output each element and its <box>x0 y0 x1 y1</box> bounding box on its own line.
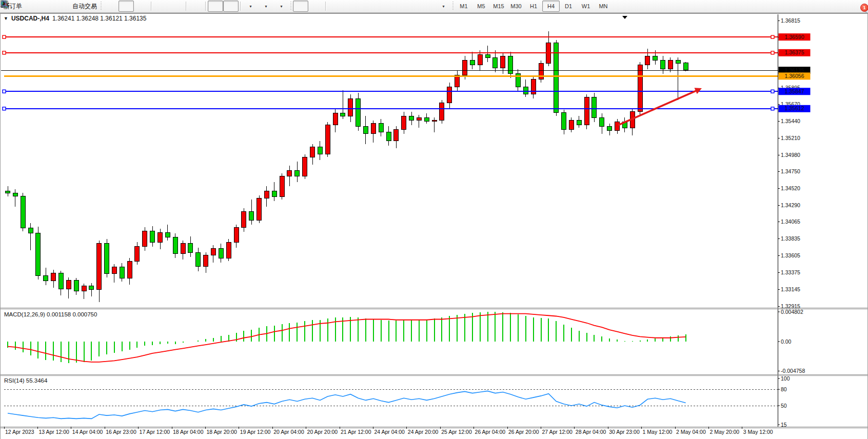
cursor-button[interactable] <box>293 1 308 12</box>
price-level-badge-label: 1.36056 <box>785 73 804 79</box>
price-tick-label: 1.34520 <box>781 185 800 191</box>
timeframe-MN[interactable]: MN <box>595 1 612 12</box>
signals-button[interactable] <box>55 1 70 12</box>
candle-body <box>173 237 177 254</box>
candle-body <box>303 157 307 176</box>
timeframe-H1[interactable]: H1 <box>525 1 542 12</box>
candle-body <box>204 255 208 266</box>
candle-body <box>158 232 163 242</box>
candle-body <box>226 242 231 258</box>
candle-body <box>638 65 642 111</box>
timeframe-W1[interactable]: W1 <box>577 1 595 12</box>
candle-body <box>592 97 597 117</box>
crosshair-button[interactable] <box>308 1 324 12</box>
tile-windows-button[interactable] <box>188 1 204 12</box>
line-handle[interactable] <box>771 35 774 38</box>
indicators-button[interactable]: ▾ <box>243 1 258 12</box>
line-handle[interactable] <box>3 35 6 38</box>
chevron-down-icon: ▾ <box>249 4 251 9</box>
time-tick-label: 12 Apr 2023 <box>5 429 34 435</box>
line-handle[interactable] <box>3 90 6 93</box>
candle-body <box>325 125 330 154</box>
candle-body <box>523 87 528 94</box>
rsi-scale-label: 15 <box>781 422 787 428</box>
toolbar-separator <box>186 2 187 11</box>
fibonacci-tool-button[interactable]: F <box>389 1 405 12</box>
candle-body <box>112 267 116 274</box>
timeframe-D1[interactable]: D1 <box>560 1 577 12</box>
line-handle[interactable] <box>3 51 6 54</box>
candle-body <box>348 98 353 116</box>
timeframe-toolbar: M1M5M15M30H1H4D1W1MN <box>455 1 612 12</box>
timeframe-M15[interactable]: M15 <box>490 1 507 12</box>
candle-body <box>661 61 665 69</box>
candle-body <box>89 286 94 290</box>
candle-body <box>219 249 223 258</box>
candle-body <box>272 191 277 196</box>
toolbar-drag-handle <box>100 2 102 11</box>
trendline-tool-button[interactable] <box>359 1 374 12</box>
timeframe-M30[interactable]: M30 <box>507 1 525 12</box>
arrows-tool-button[interactable]: ▾ <box>436 1 451 12</box>
vertical-line-tool-button[interactable] <box>328 1 343 12</box>
time-tick-label: 25 Apr 12:00 <box>441 429 472 435</box>
periods-button[interactable]: ▾ <box>258 1 273 12</box>
text-label-tool-button[interactable]: T <box>420 1 436 12</box>
search-icon[interactable] <box>0 0 9 9</box>
candle-body <box>181 244 185 254</box>
candle-body <box>13 193 17 196</box>
toolbar-separator <box>325 2 326 11</box>
zoom-out-button[interactable] <box>169 1 184 12</box>
autotrading-label: 自动交易 <box>72 2 97 11</box>
time-tick-label: 2 May 04:00 <box>676 429 706 435</box>
candle-body <box>424 117 429 121</box>
candle-body <box>440 103 444 121</box>
bar-chart-button[interactable] <box>103 1 119 12</box>
templates-button[interactable]: ▾ <box>273 1 289 12</box>
line-chart-button[interactable] <box>134 1 149 12</box>
timeframe-M1[interactable]: M1 <box>455 1 472 12</box>
candle-body <box>615 122 620 131</box>
line-handle[interactable] <box>771 51 774 54</box>
timeframe-H4[interactable]: H4 <box>542 1 560 12</box>
macd-signal-value: 0.000750 <box>72 311 97 317</box>
auto-scroll-button[interactable] <box>208 1 223 12</box>
horizontal-line-tool-button[interactable] <box>343 1 359 12</box>
candle-body <box>363 126 368 133</box>
price-tick-label: 1.35440 <box>781 118 800 124</box>
chart-shift-button[interactable] <box>223 1 239 12</box>
price-tick-label: 1.33375 <box>781 269 800 275</box>
price-level-badge-label: 1.36135 <box>785 67 804 73</box>
timeframe-M5[interactable]: M5 <box>472 1 490 12</box>
zoom-in-button[interactable] <box>153 1 169 12</box>
text-tool-button[interactable]: A <box>405 1 420 12</box>
chevron-down-icon: ▾ <box>280 4 282 9</box>
candle-body <box>607 126 612 131</box>
rsi-value: 55.3464 <box>26 377 48 384</box>
time-tick-label: 1 May 12:00 <box>643 429 673 435</box>
line-handle[interactable] <box>771 90 774 93</box>
candle-body <box>409 116 414 121</box>
rsi-scale-label: 100 <box>781 375 790 382</box>
line-handle[interactable] <box>771 107 774 110</box>
candle-body <box>6 191 10 193</box>
equidistant-channel-tool-button[interactable]: E <box>374 1 389 12</box>
candle-body <box>280 176 284 196</box>
candle-body <box>188 244 193 252</box>
news-button[interactable] <box>24 1 40 12</box>
macd-scale-label: -0.004758 <box>781 368 805 374</box>
market-watch-button[interactable] <box>40 1 55 12</box>
candle-body <box>21 196 25 228</box>
price-level-badge-label: 1.36590 <box>785 34 804 40</box>
chevron-down-icon: ▾ <box>442 4 444 9</box>
time-tick-label: 20 Apr 04:00 <box>273 429 304 435</box>
macd-main-value: 0.001158 <box>47 311 71 317</box>
line-handle[interactable] <box>3 107 6 110</box>
time-tick-label: 17 Apr 12:00 <box>140 429 170 435</box>
autotrading-button[interactable]: 自动交易 <box>70 1 99 12</box>
candlestick-chart-button[interactable] <box>119 1 134 12</box>
price-tick-label: 1.35210 <box>781 135 800 141</box>
time-tick-label: 30 Apr 23:00 <box>609 429 640 435</box>
symbol-dropdown-icon[interactable]: ▼ <box>4 16 8 21</box>
candle-body <box>287 170 292 176</box>
